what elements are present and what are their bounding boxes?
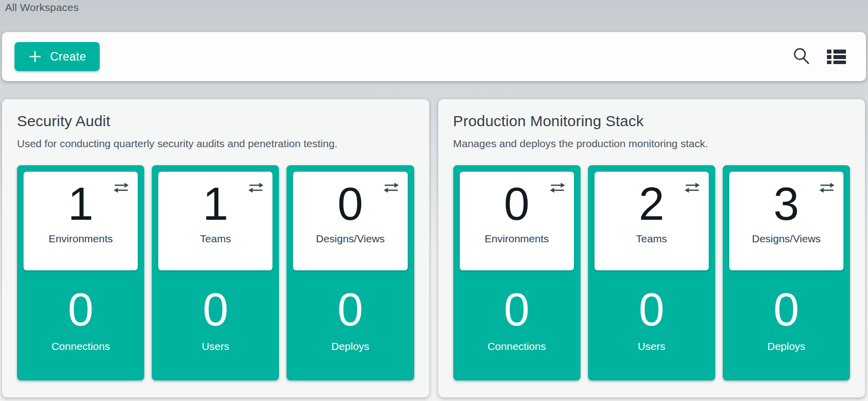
transfer-icon[interactable] xyxy=(113,182,130,194)
stat-bottom-label: Users xyxy=(595,340,709,352)
stat-bottom-panel: 0 Deploys xyxy=(293,270,407,380)
stat-top-panel: 0 Environments xyxy=(460,172,574,270)
plus-icon xyxy=(28,50,42,64)
stat-top-label: Designs/Views xyxy=(729,233,843,245)
workspace-title: Security Audit xyxy=(17,111,414,131)
stat-bottom-label: Connections xyxy=(460,340,574,352)
stat-bottom-panel: 0 Users xyxy=(158,270,272,380)
stat-top-panel: 0 Designs/Views xyxy=(293,172,407,270)
stat-bottom-value: 0 xyxy=(158,284,272,334)
create-button[interactable]: Create xyxy=(15,42,100,71)
workspace-card[interactable]: Production Monitoring Stack Manages and … xyxy=(438,99,865,397)
transfer-icon[interactable] xyxy=(549,182,566,194)
workspaces-row: Security Audit Used for conducting quart… xyxy=(2,99,865,397)
stat-card[interactable]: 0 Designs/Views 0 Deploys xyxy=(286,165,414,380)
stats-row: 1 Environments 0 Connections 1 Teams 0 U… xyxy=(17,165,414,380)
workspace-card[interactable]: Security Audit Used for conducting quart… xyxy=(2,99,429,397)
stat-card[interactable]: 1 Teams 0 Users xyxy=(152,165,279,380)
stat-bottom-label: Connections xyxy=(24,340,138,352)
stat-card[interactable]: 2 Teams 0 Users xyxy=(588,165,715,380)
stat-card[interactable]: 1 Environments 0 Connections xyxy=(17,165,144,380)
stat-bottom-value: 0 xyxy=(460,284,574,334)
workspace-description: Used for conducting quarterly security a… xyxy=(17,136,414,151)
stat-bottom-panel: 0 Deploys xyxy=(729,270,843,380)
stat-bottom-label: Users xyxy=(158,340,272,352)
transfer-icon[interactable] xyxy=(684,182,701,194)
stat-top-label: Designs/Views xyxy=(293,233,407,245)
transfer-icon[interactable] xyxy=(247,182,264,194)
stat-bottom-value: 0 xyxy=(729,284,843,334)
stat-card[interactable]: 0 Environments 0 Connections xyxy=(453,165,581,380)
search-icon[interactable] xyxy=(792,47,811,67)
toolbar-icons xyxy=(792,47,846,67)
workspace-description: Manages and deploys the production monit… xyxy=(453,136,850,151)
stats-row: 0 Environments 0 Connections 2 Teams 0 U… xyxy=(453,165,850,380)
stat-bottom-panel: 0 Connections xyxy=(24,270,138,380)
stat-bottom-value: 0 xyxy=(24,284,138,334)
page-title: All Workspaces xyxy=(5,2,79,14)
stat-top-panel: 3 Designs/Views xyxy=(729,172,843,270)
stat-bottom-panel: 0 Connections xyxy=(460,270,574,380)
stat-bottom-value: 0 xyxy=(293,284,407,334)
stat-bottom-value: 0 xyxy=(595,284,709,334)
workspace-title: Production Monitoring Stack xyxy=(453,111,850,131)
transfer-icon[interactable] xyxy=(818,182,835,194)
stat-card[interactable]: 3 Designs/Views 0 Deploys xyxy=(723,165,850,380)
stat-bottom-label: Deploys xyxy=(729,340,843,352)
stat-top-label: Environments xyxy=(24,233,138,245)
stat-top-label: Teams xyxy=(595,233,709,245)
stat-top-panel: 1 Environments xyxy=(24,172,138,270)
stat-top-panel: 2 Teams xyxy=(595,172,709,270)
stat-top-label: Environments xyxy=(460,233,574,245)
stat-top-label: Teams xyxy=(158,233,272,245)
stat-bottom-label: Deploys xyxy=(293,340,407,352)
list-view-icon[interactable] xyxy=(827,49,846,64)
stat-bottom-panel: 0 Users xyxy=(595,270,709,380)
stat-top-panel: 1 Teams xyxy=(158,172,272,270)
transfer-icon[interactable] xyxy=(383,182,400,194)
create-button-label: Create xyxy=(50,50,86,64)
toolbar-card: Create xyxy=(2,32,866,81)
